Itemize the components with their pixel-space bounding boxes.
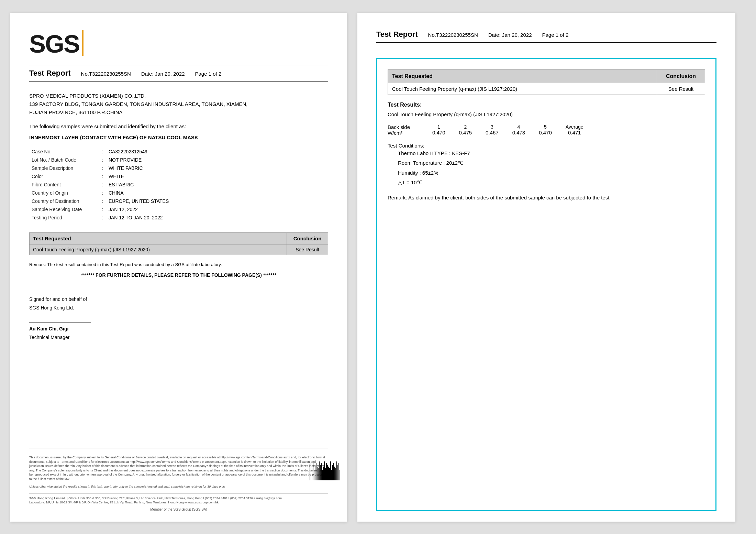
meas-value: 0.475 [459, 130, 472, 135]
signed-for: Signed for and on behalf of [29, 295, 328, 304]
signer-name: Au Kam Chi, Gigi [29, 325, 328, 333]
right-report-no: No.T32220230255SN [428, 32, 478, 38]
info-sep: : [99, 164, 106, 172]
test-conditions: Test Conditions: Thermo Labo II TYPE : K… [388, 143, 705, 188]
info-label: Sample Receiving Date [30, 206, 99, 213]
meas-label: 1 [437, 124, 440, 130]
report-header: Test Report No.T32220230255SN Date: Jan … [29, 65, 328, 81]
info-label: Fibre Content [30, 181, 99, 188]
info-row: Testing Period : JAN 12 TO JAN 20, 2022 [30, 214, 327, 221]
condition-item: Thermo Labo II TYPE : KES-F7 [398, 149, 705, 159]
info-row: Country of Destination : EUROPE, UNITED … [30, 197, 327, 205]
info-value: JAN 12 TO JAN 20, 2022 [107, 214, 327, 221]
results-row: Cool Touch Feeling Property (q-max) (JIS… [30, 244, 328, 255]
info-label: Testing Period [30, 214, 99, 221]
measurement-item: 4 0.473 [512, 124, 525, 135]
info-value: JAN 12, 2022 [107, 206, 327, 213]
info-value: CHINA [107, 189, 327, 197]
condition-item: △T = 10℃ [398, 178, 705, 188]
footer-sgs-label: SGS Hong Kong Limited [29, 497, 65, 500]
meas-value: 0.473 [512, 130, 525, 135]
right-results-row: Cool Touch Feeling Property (q-max) (JIS… [388, 83, 705, 95]
info-label: Color [30, 173, 99, 180]
meas-label: 4 [518, 124, 520, 130]
info-sep: : [99, 197, 106, 205]
info-sep: : [99, 189, 106, 197]
right-document: Test Report No.T32220230255SN Date: Jan … [357, 13, 735, 522]
info-value: ES FABRIC [107, 181, 327, 188]
report-date: Date: Jan 20, 2022 [141, 71, 185, 77]
signature-line [29, 323, 91, 323]
info-sep: : [99, 173, 106, 180]
member-text: Member of the SGS Group (SGS SA) [29, 508, 328, 511]
measurement-item: 2 0.475 [459, 124, 472, 135]
measurement-item: 5 0.470 [539, 124, 552, 135]
info-value: CA322202312549 [107, 148, 327, 155]
sgs-logo: SGS [29, 30, 328, 56]
meas-value: 0.467 [486, 130, 499, 135]
info-row: Sample Description : WHITE FABRIC [30, 164, 327, 172]
footer-legal: This document is issued by the Company s… [29, 455, 328, 481]
footer-legal-italic: Unless otherwise stated the results show… [29, 485, 328, 488]
measurement-item: 3 0.467 [486, 124, 499, 135]
right-results-table: Test Requested Conclusion Cool Touch Fee… [388, 69, 705, 95]
report-page: Page 1 of 2 [195, 71, 222, 77]
measurements-values: 1 0.470 2 0.475 3 0.467 4 0.473 5 0.470 … [432, 124, 705, 135]
conclusion-cell: See Result [287, 244, 328, 255]
info-label: Case No. [30, 148, 99, 155]
footer-office: | Office: Units 303 & 305, 3/F Building … [67, 497, 282, 500]
left-document: SGS Test Report No.T32220230255SN Date: … [10, 13, 347, 522]
meas-label: 3 [491, 124, 493, 130]
test-results-heading: Test Results: [388, 102, 705, 108]
info-row: Sample Receiving Date : JAN 12, 2022 [30, 206, 327, 213]
signed-section: Signed for and on behalf of SGS Hong Kon… [29, 295, 328, 342]
right-remark: Remark: As claimed by the client, both s… [388, 195, 705, 200]
footer-address: SGS Hong Kong Limited | Office: Units 30… [29, 493, 328, 500]
barcode [310, 460, 340, 480]
meas-value: 0.470 [539, 130, 552, 135]
info-table: Case No. : CA322202312549 Lot No. / Batc… [29, 147, 328, 222]
results-col1-header: Test Requested [30, 232, 287, 244]
conditions-list: Thermo Labo II TYPE : KES-F7Room Tempera… [388, 149, 705, 188]
cyan-box: Test Requested Conclusion Cool Touch Fee… [376, 58, 716, 511]
company-address1: 139 FACTORY BLDG, TONGAN GARDEN, TONGAN … [29, 100, 328, 108]
measurement-item: 1 0.470 [432, 124, 445, 135]
right-col2-header: Conclusion [657, 69, 705, 83]
meas-label: 2 [464, 124, 467, 130]
info-row: Lot No. / Batch Code : NOT PROVIDE [30, 156, 327, 164]
right-report-meta: No.T32220230255SN Date: Jan 20, 2022 Pag… [428, 32, 569, 38]
report-no: No.T32220230255SN [81, 71, 131, 77]
sgs-logo-bar [82, 30, 84, 56]
sgs-logo-text: SGS [29, 32, 79, 56]
company-signed: SGS Hong Kong Ltd. [29, 304, 328, 312]
info-sep: : [99, 156, 106, 164]
doc-footer: This document is issued by the Company s… [29, 448, 328, 511]
company-info: SPRO MEDICAL PRODUCTS (XIAMEN) CO.,LTD. … [29, 92, 328, 117]
measurements-section: Back side W/cm² 1 0.470 2 0.475 3 0.467 … [388, 124, 705, 136]
info-label: Country of Origin [30, 189, 99, 197]
right-report-date: Date: Jan 20, 2022 [488, 32, 532, 38]
right-report-header: Test Report No.T32220230255SN Date: Jan … [376, 30, 716, 43]
barcode-lines [310, 460, 340, 480]
info-row: Case No. : CA322202312549 [30, 148, 327, 155]
condition-item: Humidity : 65±2% [398, 168, 705, 178]
right-conclusion-cell: See Result [657, 83, 705, 95]
right-report-title: Test Report [376, 30, 418, 39]
further-details: ******* FOR FURTHER DETAILS, PLEASE REFE… [29, 272, 328, 278]
avg-value: 0.471 [568, 130, 581, 135]
samples-intro-text: The following samples were submitted and… [29, 123, 328, 129]
right-report-page: Page 1 of 2 [542, 32, 569, 38]
remark-text: Remark: The test result contained in thi… [29, 262, 328, 267]
test-cell: Cool Touch Feeling Property (q-max) (JIS… [30, 244, 287, 255]
signer-title: Technical Manager [29, 333, 328, 342]
measurements-row: Back side W/cm² 1 0.470 2 0.475 3 0.467 … [388, 124, 705, 136]
report-meta: No.T32220230255SN Date: Jan 20, 2022 Pag… [81, 71, 222, 77]
meas-label: 5 [544, 124, 547, 130]
company-name: SPRO MEDICAL PRODUCTS (XIAMEN) CO.,LTD. [29, 92, 328, 100]
meas-value: 0.470 [432, 130, 445, 135]
sample-name: INNERMOST LAYER (CONTACT WITH FACE) OF N… [29, 134, 328, 140]
measurements-label: Back side W/cm² [388, 124, 429, 136]
avg-label: Average [566, 124, 583, 130]
results-col2-header: Conclusion [287, 232, 328, 244]
info-row: Country of Origin : CHINA [30, 189, 327, 197]
